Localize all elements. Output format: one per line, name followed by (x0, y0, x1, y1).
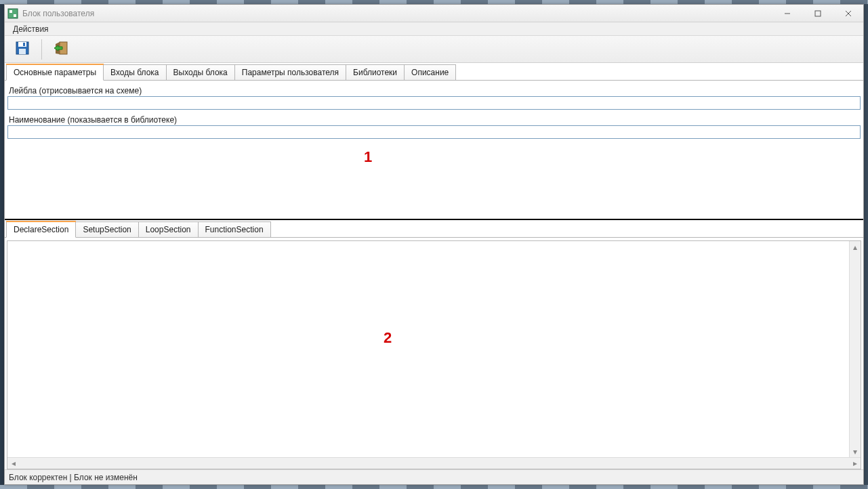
tab-inputs[interactable]: Входы блока (103, 64, 166, 81)
label-field[interactable] (7, 96, 861, 110)
vertical-scrollbar[interactable]: ▴ ▾ (849, 241, 861, 457)
app-icon (7, 8, 18, 19)
top-tabstrip: Основные параметры Входы блока Выходы бл… (5, 63, 863, 81)
top-tabpage: Лейбла (отрисовывается на схеме) Наимено… (5, 80, 863, 219)
bottom-tabstrip: DeclareSection SetupSection LoopSection … (5, 220, 863, 238)
toolbar-separator (41, 39, 42, 60)
exit-icon (53, 40, 69, 58)
scroll-up-icon: ▴ (850, 241, 861, 253)
close-button[interactable] (833, 5, 863, 22)
tab-main-params[interactable]: Основные параметры (6, 64, 104, 81)
status-text: Блок корректен | Блок не изменён (9, 473, 138, 482)
app-window: Блок пользователя Действия (4, 4, 864, 485)
svg-rect-9 (19, 49, 26, 54)
menu-actions[interactable]: Действия (9, 23, 53, 35)
desktop-background-bottom (0, 485, 868, 489)
name-field-label: Наименование (показывается в библиотеке) (9, 115, 861, 125)
scroll-down-icon: ▾ (850, 446, 861, 457)
tab-outputs[interactable]: Выходы блока (166, 64, 235, 81)
svg-rect-2 (14, 14, 16, 17)
label-field-label: Лейбла (отрисовывается на схеме) (9, 86, 861, 95)
annotation-2: 2 (384, 329, 392, 347)
tab-declare-section[interactable]: DeclareSection (6, 221, 76, 238)
scroll-left-icon: ◂ (7, 458, 19, 469)
svg-rect-1 (9, 10, 12, 13)
tab-description[interactable]: Описание (404, 64, 456, 81)
top-pane: Основные параметры Входы блока Выходы бл… (5, 63, 863, 220)
bottom-pane: DeclareSection SetupSection LoopSection … (5, 220, 863, 469)
code-area-wrap: 2 ▴ ▾ ◂ ▸ (5, 237, 863, 469)
svg-rect-4 (815, 11, 821, 16)
menubar: Действия (5, 22, 863, 36)
tab-user-params[interactable]: Параметры пользователя (234, 64, 346, 81)
tab-function-section[interactable]: FunctionSection (198, 221, 271, 238)
scroll-right-icon: ▸ (849, 458, 861, 469)
statusbar: Блок корректен | Блок не изменён (5, 469, 863, 484)
tab-setup-section[interactable]: SetupSection (75, 221, 138, 238)
toolbar (5, 36, 863, 63)
horizontal-scrollbar[interactable]: ◂ ▸ (7, 457, 861, 469)
save-icon (14, 40, 30, 58)
code-editor[interactable]: 2 ▴ ▾ ◂ ▸ (7, 240, 861, 469)
minimize-button[interactable] (772, 5, 802, 22)
svg-rect-8 (18, 42, 26, 47)
exit-button[interactable] (47, 38, 75, 61)
save-button[interactable] (9, 38, 36, 61)
window-title: Блок пользователя (22, 9, 94, 18)
maximize-button[interactable] (802, 5, 833, 22)
tab-loop-section[interactable]: LoopSection (138, 221, 199, 238)
tab-libraries[interactable]: Библиотеки (346, 64, 405, 81)
svg-rect-10 (23, 43, 25, 46)
name-field[interactable] (7, 125, 861, 139)
titlebar: Блок пользователя (5, 5, 863, 22)
annotation-1: 1 (364, 148, 372, 166)
